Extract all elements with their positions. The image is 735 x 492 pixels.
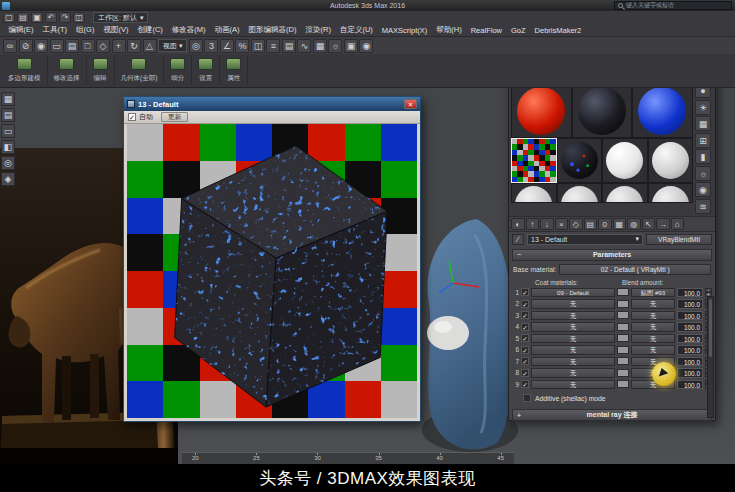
align-icon[interactable]: ≡ [266,39,280,53]
options-icon[interactable]: ☼ [695,166,711,181]
ribbon-group-0[interactable]: 多边形建模 [2,56,48,85]
blend-map-button[interactable]: 无 [631,311,675,321]
sample-slot[interactable] [557,183,603,203]
coat-enable-checkbox[interactable]: ✓ [521,323,529,331]
material-map-browser-icon[interactable]: ⌂ [671,218,685,230]
blend-map-button[interactable]: 无 [631,334,675,344]
scrollbar-thumb[interactable] [709,299,712,357]
schematic-view-icon[interactable]: ▦ [313,39,327,53]
coat-material-button[interactable]: 无 [531,368,615,378]
crossing-selection-icon[interactable]: ◇ [96,39,110,53]
layer-manager-icon[interactable]: ▤ [282,39,296,53]
pick-material-button[interactable]: ∕ [512,234,524,245]
workspace-selector[interactable]: 工作区: 默认 ▾ [93,12,148,23]
coat-enable-checkbox[interactable]: ✓ [521,369,529,377]
coat-material-button[interactable]: 09 - Default [531,288,615,298]
preview-close-button[interactable]: ✕ [404,99,417,109]
material-map-navigator-icon[interactable]: ≋ [695,199,711,214]
blend-amount-field[interactable]: 100.0 [677,288,703,298]
select-and-scale-icon[interactable]: △ [143,39,157,53]
blend-color-swatch[interactable] [617,380,629,388]
coat-enable-checkbox[interactable]: ✓ [521,334,529,342]
menu-item-2[interactable]: 组(G) [72,25,99,35]
backlight-icon[interactable]: ☀ [695,100,711,115]
ribbon-group-5[interactable]: 设置 [192,56,220,85]
assign-to-selection-icon[interactable]: ↓ [540,218,554,230]
coat-material-button[interactable]: 无 [531,311,615,321]
show-end-result-icon[interactable]: ◍ [627,218,641,230]
menu-item-7[interactable]: 图形编辑器(D) [244,25,301,35]
select-and-move-icon[interactable]: + [112,39,126,53]
coat-material-button[interactable]: 无 [531,334,615,344]
preview-window-titlebar[interactable]: 13 - Default ✕ [124,97,420,111]
blend-amount-field[interactable]: 100.0 [677,322,703,332]
select-by-material-icon[interactable]: ◉ [695,182,711,197]
menu-item-0[interactable]: 编辑(E) [4,25,38,35]
select-and-rotate-icon[interactable]: ↻ [127,39,141,53]
blend-color-swatch[interactable] [617,369,629,377]
select-by-name-icon[interactable]: ▤ [65,39,79,53]
menu-item-8[interactable]: 渲染(R) [301,25,335,35]
menu-item-11[interactable]: 帮助(H) [432,25,466,35]
unlink-selection-icon[interactable]: ⊘ [19,39,33,53]
blend-amount-field[interactable]: 100.0 [677,380,703,390]
menu-item-10[interactable]: MAXScript(X) [377,26,431,35]
render-production-icon[interactable]: ◉ [359,39,373,53]
sample-tiling-icon[interactable]: ⊞ [695,133,711,148]
infocenter-search[interactable]: 键入关键字或短语 [614,1,732,10]
blend-color-swatch[interactable] [617,300,629,308]
sample-slot[interactable] [511,183,557,203]
reference-coordinate-dropdown[interactable]: 视图 ▾ [158,39,187,52]
auto-update-checkbox[interactable]: ✓ [128,113,136,121]
material-name-dropdown[interactable]: 13 - Default ▾ [527,234,643,245]
selection-lock-icon[interactable]: ◈ [1,172,15,186]
coat-enable-checkbox[interactable]: ✓ [521,300,529,308]
material-type-button[interactable]: VRayBlendMtl [646,234,712,245]
blend-color-swatch[interactable] [617,288,629,296]
menu-item-4[interactable]: 创建(C) [133,25,167,35]
coat-material-button[interactable]: 无 [531,345,615,355]
cloth-object[interactable] [415,215,520,460]
blend-color-swatch[interactable] [617,346,629,354]
get-material-icon[interactable]: ◐ [511,218,525,230]
coat-material-button[interactable]: 无 [531,322,615,332]
coat-material-button[interactable]: 无 [531,299,615,309]
project-folder-icon[interactable]: ◫ [73,12,85,23]
menu-item-5[interactable]: 修改器(M) [167,25,210,35]
ribbon-group-2[interactable]: 编辑 [87,56,115,85]
go-to-parent-icon[interactable]: ↖ [642,218,656,230]
ribbon-group-4[interactable]: 细分 [164,56,192,85]
bind-to-space-warp-icon[interactable]: ◉ [34,39,48,53]
sample-slot[interactable] [572,83,633,138]
mirror-icon[interactable]: ◫ [251,39,265,53]
coat-material-button[interactable]: 无 [531,380,615,390]
sample-slot[interactable] [648,183,694,203]
isolate-selection-icon[interactable]: ◎ [1,156,15,170]
new-scene-icon[interactable]: ▢ [3,12,15,23]
render-setup-icon[interactable]: ☼ [328,39,342,53]
curve-editor-icon[interactable]: ∿ [297,39,311,53]
blend-color-swatch[interactable] [617,357,629,365]
reset-map-icon[interactable]: × [555,218,569,230]
save-file-icon[interactable]: ▣ [31,12,43,23]
blend-color-swatch[interactable] [617,311,629,319]
go-forward-icon[interactable]: → [656,218,670,230]
ribbon-group-3[interactable]: 几何体(全部) [115,56,165,85]
blend-color-swatch[interactable] [617,334,629,342]
blend-amount-field[interactable]: 100.0 [677,311,703,321]
coat-material-button[interactable]: 无 [531,357,615,367]
base-material-button[interactable]: 02 - Default ( VRayMtl ) [559,264,711,275]
menu-item-6[interactable]: 动画(A) [210,25,244,35]
menu-item-12[interactable]: RealFlow [466,26,506,35]
sample-slot[interactable] [648,138,694,183]
sample-slot[interactable] [511,83,572,138]
layer-explorer-icon[interactable]: ▤ [1,108,15,122]
coat-enable-checkbox[interactable]: ✓ [521,346,529,354]
render-frame-window-icon[interactable]: ▣ [344,39,358,53]
viewport-layout-icon[interactable]: ◧ [1,140,15,154]
ribbon-group-6[interactable]: 属性 [220,56,248,85]
coat-enable-checkbox[interactable]: ✓ [521,288,529,296]
blend-map-button[interactable]: 无 [631,299,675,309]
parameters-rollout-header[interactable]: − Parameters [512,249,712,261]
mental-ray-rollout-header[interactable]: + mental ray 连接 [512,409,712,421]
